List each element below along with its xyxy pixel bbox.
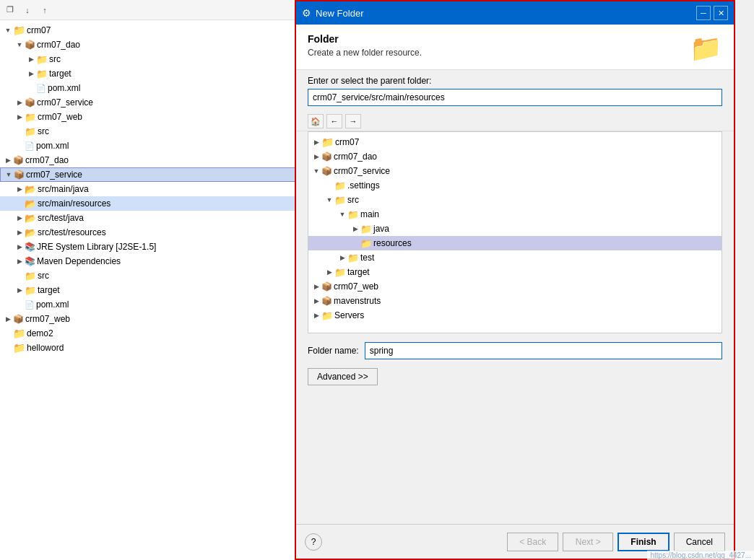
titlebar-buttons: ─ ✕ (696, 6, 728, 20)
project-tree: ▼📁crm07▼📦crm07_dao▶📁src▶📁target📄pom.xml▶… (0, 20, 295, 560)
dialog-header-subtitle: Create a new folder resource. (308, 48, 684, 58)
tree-label: mavenstruts (334, 296, 381, 306)
back-button[interactable]: < Back (507, 533, 558, 551)
tree-arrow: ▶ (26, 70, 36, 77)
toolbar-btn-3[interactable]: ↑ (38, 3, 52, 17)
tree-item-crm07_web_top[interactable]: ▶📁crm07_web (0, 110, 295, 124)
tree-label: src (49, 54, 61, 64)
back-nav-btn[interactable]: ← (326, 114, 342, 128)
tree-item-crm07_dao[interactable]: ▼📦crm07_dao (0, 38, 295, 52)
tree-arrow: ▶ (14, 214, 25, 222)
tree-arrow: ▼ (14, 41, 25, 48)
tree-label: src/main/java (38, 184, 89, 194)
dialog-tree-item-dmavenstruts[interactable]: ▶📦mavenstruts (308, 294, 722, 308)
tree-arrow: ▶ (311, 153, 321, 160)
dialog-tree-item-dcrm07_service[interactable]: ▼📦crm07_service (308, 164, 722, 178)
tree-label: crm07_dao (334, 152, 377, 162)
tree-item-src_main_java[interactable]: ▶📂src/main/java (0, 182, 295, 196)
tree-item-target1[interactable]: ▶📁target (0, 66, 295, 81)
dialog-tree-item-dsettings[interactable]: 📁.settings (308, 178, 722, 193)
next-button[interactable]: Next > (563, 533, 613, 551)
dialog-tree-item-dcrm07_web[interactable]: ▶📦crm07_web (308, 279, 722, 294)
tree-item-target2[interactable]: ▶📁target (0, 283, 295, 297)
tree-item-demo2[interactable]: 📁demo2 (0, 326, 295, 341)
folder-name-label: Folder name: (308, 346, 359, 356)
finish-button[interactable]: Finish (618, 533, 669, 551)
tree-item-pom1[interactable]: 📄pom.xml (0, 81, 295, 95)
dialog-tree-item-dservers[interactable]: ▶📁Servers (308, 308, 722, 323)
tree-label: pom.xml (48, 83, 80, 93)
dialog-tree: ▶📁crm07▶📦crm07_dao▼📦crm07_service📁.setti… (308, 131, 722, 333)
dialog-header-title: Folder (308, 33, 684, 45)
tree-arrow: ▶ (26, 56, 36, 63)
dialog-tree-item-dcrm07[interactable]: ▶📁crm07 (308, 135, 722, 149)
tree-arrow: ▶ (337, 254, 347, 261)
tree-item-crm07_dao2[interactable]: ▶📦crm07_dao (0, 153, 295, 167)
tree-item-src_test_java[interactable]: ▶📂src/test/java (0, 211, 295, 225)
dialog-tree-item-dmain[interactable]: ▼📁main (308, 207, 722, 222)
dialog-tree-item-dtarget[interactable]: ▶📁target (308, 265, 722, 279)
tree-label: .settings (347, 180, 380, 191)
tree-item-src2[interactable]: 📁src (0, 124, 295, 139)
tree-label: crm07_dao (37, 40, 80, 50)
tree-label: crm07 (335, 137, 359, 147)
dialog-tree-item-dcrm07_dao[interactable]: ▶📦crm07_dao (308, 149, 722, 164)
tree-arrow: ▶ (324, 268, 334, 276)
cancel-button[interactable]: Cancel (674, 533, 725, 551)
tree-arrow: ▶ (14, 243, 25, 250)
tree-item-crm07_service2[interactable]: ▼📦crm07_service (0, 167, 295, 182)
toolbar-btn-1[interactable]: ❐ (3, 3, 17, 17)
left-panel: ❐ ↓ ↑ ▼📁crm07▼📦crm07_dao▶📁src▶📁target📄po… (0, 0, 296, 560)
tree-item-src_main_resources[interactable]: 📂src/main/resources (0, 196, 295, 211)
tree-label: crm07_dao (25, 155, 69, 165)
tree-arrow: ▶ (311, 312, 321, 319)
tree-item-pom3[interactable]: 📄pom.xml (0, 297, 295, 312)
tree-label: src (347, 195, 359, 205)
tree-item-src3[interactable]: 📁src (0, 268, 295, 283)
tree-arrow: ▼ (324, 196, 334, 204)
tree-arrow: ▶ (14, 113, 25, 121)
tree-item-jre[interactable]: ▶📚JRE System Library [J2SE-1.5] (0, 240, 295, 254)
tree-label: resources (373, 238, 412, 248)
tree-label: target (38, 285, 60, 295)
tree-item-src_test_resources[interactable]: ▶📂src/test/resources (0, 225, 295, 240)
help-button[interactable]: ? (305, 533, 322, 551)
folder-name-input[interactable] (365, 342, 722, 359)
close-button[interactable]: ✕ (714, 6, 728, 20)
dialog-tree-item-djava[interactable]: ▶📁java (308, 222, 722, 236)
tree-arrow: ▶ (350, 225, 360, 232)
tree-item-crm07_web2[interactable]: ▶📦crm07_web (0, 312, 295, 326)
tree-item-crm07[interactable]: ▼📁crm07 (0, 23, 295, 38)
minimize-button[interactable]: ─ (696, 6, 711, 20)
tree-item-pom2[interactable]: 📄pom.xml (0, 139, 295, 153)
tree-item-maven_deps[interactable]: ▶📚Maven Dependencies (0, 254, 295, 268)
tree-arrow: ▶ (311, 297, 321, 305)
tree-label: JRE System Library [J2SE-1.5] (37, 242, 156, 252)
dialog-tree-item-dsrc[interactable]: ▼📁src (308, 193, 722, 207)
forward-nav-btn[interactable]: → (345, 114, 361, 128)
tree-arrow: ▼ (311, 167, 321, 175)
parent-folder-input[interactable] (308, 89, 722, 106)
new-folder-dialog: ⚙ New Folder ─ ✕ Folder Create a new fol… (295, 0, 735, 560)
home-nav-btn[interactable]: 🏠 (308, 114, 324, 128)
tree-item-crm07_service_top[interactable]: ▶📦crm07_service (0, 95, 295, 110)
tree-label: helloword (27, 343, 64, 353)
tree-item-helloword[interactable]: 📁helloword (0, 341, 295, 355)
tree-label: src (38, 271, 49, 281)
tree-label: crm07_service (26, 170, 82, 180)
tree-arrow: ▶ (14, 229, 25, 236)
advanced-button[interactable]: Advanced >> (308, 368, 378, 385)
dialog-tree-item-dtest[interactable]: ▶📁test (308, 250, 722, 265)
tree-item-src1[interactable]: ▶📁src (0, 52, 295, 66)
tree-label: Servers (334, 310, 364, 320)
tree-label: main (360, 209, 379, 219)
toolbar-btn-2[interactable]: ↓ (20, 3, 35, 17)
tree-arrow: ▼ (4, 171, 14, 178)
tree-label: java (373, 224, 389, 234)
dialog-titlebar: ⚙ New Folder ─ ✕ (296, 1, 734, 25)
advanced-section: Advanced >> (296, 365, 734, 391)
tree-label: crm07 (27, 25, 51, 35)
tree-arrow: ▼ (3, 27, 13, 34)
dialog-tree-item-dresources[interactable]: 📁resources (308, 236, 722, 250)
tree-label: pom.xml (36, 299, 69, 310)
